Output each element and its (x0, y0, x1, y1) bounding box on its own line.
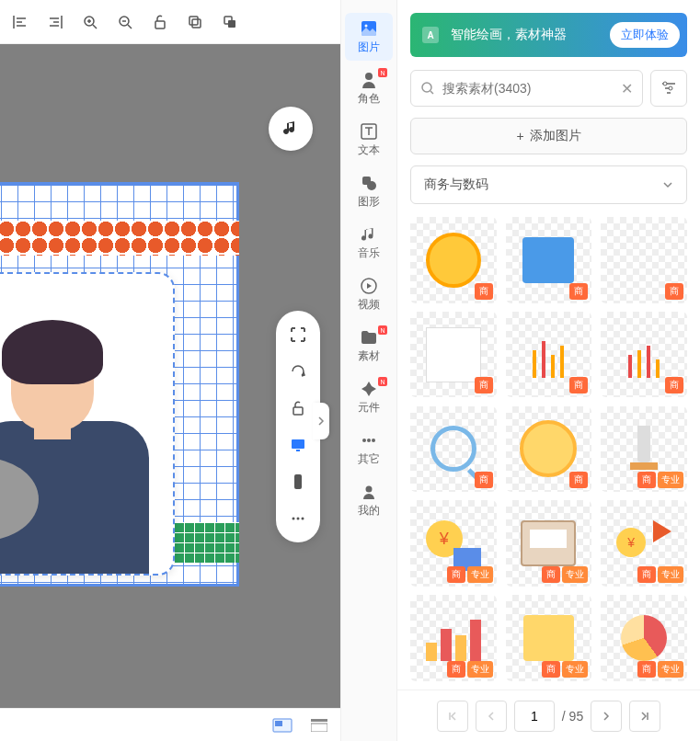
lock-tool[interactable] (287, 397, 309, 419)
canvas-content[interactable] (0, 44, 340, 708)
chevron-right-icon (317, 416, 325, 427)
asset-gift[interactable]: 商专业 (506, 595, 592, 681)
page-last-button[interactable] (629, 701, 660, 732)
dots-icon (360, 431, 378, 450)
asset-blue-note[interactable]: 商 (506, 217, 592, 303)
pro-badge: 专业 (658, 566, 683, 583)
asset-white-card[interactable]: 商 (410, 312, 497, 398)
unlock-tool[interactable] (149, 11, 171, 33)
commercial-badge: 商 (569, 283, 588, 300)
canvas-white-card[interactable] (0, 272, 175, 576)
svg-point-11 (297, 518, 300, 520)
pro-badge: 专业 (562, 661, 588, 678)
filter-button[interactable] (650, 70, 687, 107)
promo-banner: A 智能绘画，素材神器 立即体验 (410, 13, 687, 57)
commercial-badge: 商 (447, 661, 465, 678)
asset-coin-arrow[interactable]: ¥商专业 (601, 500, 687, 587)
nav-video[interactable]: 视频 (345, 270, 393, 318)
person-icon (360, 71, 378, 89)
asset-gold-coin-2[interactable]: 商 (506, 406, 592, 493)
nav-label: 其它 (358, 451, 380, 467)
commercial-badge: 商 (542, 661, 560, 678)
page-total: / 95 (562, 709, 583, 724)
page-prev-button[interactable] (476, 701, 507, 732)
align-right-tool[interactable] (44, 11, 66, 33)
svg-rect-15 (311, 719, 327, 722)
search-icon (420, 81, 435, 96)
svg-text:A: A (427, 30, 433, 40)
nav-character[interactable]: N 角色 (345, 64, 393, 112)
commercial-badge: 商 (569, 377, 588, 393)
add-image-button[interactable]: + 添加图片 (410, 118, 687, 154)
image-icon (360, 19, 378, 38)
asset-computer[interactable]: 商专业 (506, 500, 592, 587)
nav-column: 图片 N 角色 文本 图形 音乐 视频 N 素材 N 元件 其它 我的 (340, 0, 397, 741)
nav-label: 元件 (358, 400, 380, 416)
svg-point-32 (669, 86, 672, 90)
text-icon (360, 122, 378, 141)
asset-candlestick-1[interactable]: 商 (506, 312, 592, 398)
ai-icon: A (418, 22, 443, 48)
copy-tool[interactable] (184, 11, 206, 33)
asset-candlestick-2[interactable]: 商 (601, 312, 687, 398)
nav-image[interactable]: 图片 (345, 13, 393, 61)
nav-shape[interactable]: 图形 (345, 167, 393, 215)
nav-material[interactable]: N 素材 (345, 322, 393, 370)
asset-bar-chart[interactable]: 商专业 (410, 595, 497, 681)
page-next-button[interactable] (591, 701, 622, 732)
screen-desktop-tool[interactable] (287, 434, 309, 456)
paste-tool[interactable] (219, 11, 241, 33)
expand-handle[interactable] (313, 403, 329, 439)
asset-lab[interactable]: 商专业 (601, 406, 687, 493)
svg-point-27 (366, 485, 373, 492)
canvas-orange-strip (0, 221, 239, 256)
bottom-bar (0, 708, 340, 741)
asset-money[interactable]: ¥商专业 (410, 500, 497, 587)
asset-pie-chart[interactable]: 商专业 (601, 595, 687, 681)
promo-cta-button[interactable]: 立即体验 (610, 22, 680, 48)
pro-badge: 专业 (467, 661, 493, 678)
svg-rect-16 (311, 724, 327, 732)
zoom-in-tool[interactable] (79, 11, 101, 33)
user-icon (360, 483, 378, 501)
nav-text[interactable]: 文本 (345, 116, 393, 164)
zoom-out-tool[interactable] (114, 11, 136, 33)
commercial-badge: 商 (475, 283, 493, 300)
nav-mine[interactable]: 我的 (345, 476, 393, 524)
commercial-badge: 商 (665, 377, 683, 393)
svg-point-26 (372, 439, 375, 442)
search-box: ✕ (410, 70, 643, 107)
clear-search-button[interactable]: ✕ (621, 80, 633, 97)
asset-blank[interactable]: 商 (601, 217, 687, 303)
svg-point-19 (365, 73, 373, 80)
svg-point-18 (365, 24, 368, 27)
slide-view-button[interactable] (272, 717, 293, 734)
nav-label: 文本 (358, 142, 380, 158)
page-first-button[interactable] (437, 701, 468, 732)
search-input[interactable] (442, 81, 614, 96)
nav-other[interactable]: 其它 (345, 425, 393, 473)
align-left-tool[interactable] (9, 11, 31, 33)
fullscreen-tool[interactable] (287, 324, 309, 346)
svg-rect-9 (294, 474, 302, 489)
page-input[interactable] (514, 701, 555, 732)
commercial-badge: 商 (637, 566, 656, 583)
music-button[interactable] (269, 107, 313, 151)
svg-point-30 (422, 83, 431, 92)
canvas-area (0, 0, 340, 741)
svg-point-25 (367, 439, 371, 442)
nav-component[interactable]: N 元件 (345, 373, 393, 421)
rotate-tool[interactable] (287, 360, 309, 382)
category-select[interactable]: 商务与数码 (410, 165, 687, 204)
nav-music[interactable]: 音乐 (345, 219, 393, 267)
nav-label: 我的 (358, 503, 380, 519)
layout-view-button[interactable] (309, 717, 329, 734)
svg-rect-2 (155, 21, 165, 28)
pinwheel-icon (360, 380, 378, 398)
more-tool[interactable] (287, 507, 309, 530)
folder-icon (360, 328, 378, 347)
screen-mobile-tool[interactable] (287, 471, 309, 493)
commercial-badge: 商 (475, 472, 493, 488)
asset-gold-coin[interactable]: 商 (410, 217, 497, 303)
asset-magnifier[interactable]: 商 (410, 406, 497, 493)
